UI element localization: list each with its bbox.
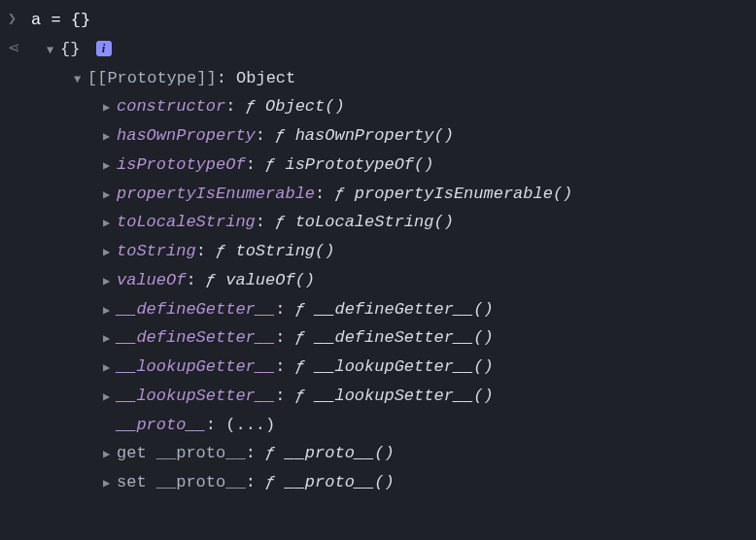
function-symbol: ƒ [275, 126, 285, 145]
property-row[interactable]: ▶propertyIsEnumerable: ƒ propertyIsEnume… [31, 180, 748, 209]
property-row[interactable]: ▶valueOf: ƒ valueOf() [31, 266, 748, 295]
function-symbol: ƒ [295, 387, 305, 405]
input-prompt-icon: ❯ [8, 6, 31, 33]
property-value: __defineGetter__() [315, 300, 494, 319]
chevron-right-icon[interactable]: ▶ [103, 272, 117, 292]
chevron-right-icon[interactable]: ▶ [103, 358, 117, 379]
chevron-right-icon[interactable]: ▶ [103, 156, 117, 177]
property-row[interactable]: ▶__lookupGetter__: ƒ __lookupGetter__() [31, 353, 748, 382]
object-preview: {} [60, 40, 80, 58]
chevron-down-icon[interactable]: ▼ [47, 41, 60, 61]
colon: : [246, 473, 265, 491]
property-key: constructor [117, 97, 225, 116]
function-symbol: ƒ [334, 185, 344, 203]
colon: : [196, 242, 216, 260]
property-row[interactable]: ▶set __proto__: ƒ __proto__() [31, 468, 748, 497]
colon: : [206, 416, 225, 434]
function-symbol: ƒ [265, 473, 275, 491]
chevron-right-icon[interactable]: ▶ [103, 474, 117, 494]
colon: : [275, 387, 294, 405]
property-value: (...) [225, 416, 275, 434]
property-key: toLocaleString [117, 213, 256, 231]
chevron-right-icon[interactable]: ▶ [103, 301, 117, 321]
property-value: __defineSetter__() [315, 328, 494, 347]
chevron-right-icon[interactable]: ▶ [103, 243, 117, 263]
prototype-key: [[Prototype]] [87, 69, 217, 87]
property-row[interactable]: ▶__lookupSetter__: ƒ __lookupSetter__() [31, 382, 748, 411]
property-value: propertyIsEnumerable() [355, 185, 572, 203]
function-symbol: ƒ [216, 242, 225, 260]
property-key: __proto__ [117, 416, 206, 434]
chevron-right-icon[interactable]: ▶ [103, 388, 117, 408]
colon: : [275, 328, 294, 347]
property-row[interactable]: ▶__defineGetter__: ƒ __defineGetter__() [31, 295, 748, 324]
colon: : [315, 185, 334, 203]
property-row[interactable]: __proto__: (...) [31, 411, 748, 440]
property-key: set __proto__ [117, 473, 246, 491]
property-row[interactable]: ▶hasOwnProperty: ƒ hasOwnProperty() [31, 121, 748, 151]
function-symbol: ƒ [246, 97, 256, 116]
colon: : [225, 97, 245, 116]
property-value: hasOwnProperty() [295, 126, 454, 145]
property-value: Object() [265, 97, 345, 116]
console-input-row: ❯ a = {} [8, 6, 748, 35]
prototype-row[interactable]: ▼[[Prototype]]: Object [31, 64, 748, 93]
property-row[interactable]: ▶get __proto__: ƒ __proto__() [31, 439, 748, 468]
property-value: isPrototypeOf() [285, 155, 433, 174]
colon: : [246, 155, 265, 174]
chevron-right-icon[interactable]: ▶ [103, 98, 117, 118]
chevron-right-icon[interactable]: ▶ [103, 329, 117, 350]
colon: : [256, 126, 275, 145]
property-value: toString() [235, 242, 334, 260]
property-key: get __proto__ [117, 444, 246, 462]
property-key: hasOwnProperty [117, 126, 256, 145]
console-output: ▼{} i ▼[[Prototype]]: Object ▶constructo… [31, 35, 748, 497]
property-key: __lookupGetter__ [117, 357, 275, 376]
property-key: __lookupSetter__ [117, 387, 275, 405]
property-key: __defineGetter__ [117, 300, 275, 319]
property-value: __lookupGetter__() [315, 357, 494, 376]
property-key: toString [117, 242, 196, 260]
colon: : [186, 271, 205, 289]
function-symbol: ƒ [295, 328, 305, 347]
chevron-down-icon[interactable]: ▼ [74, 70, 87, 90]
function-symbol: ƒ [275, 213, 285, 231]
colon: : [275, 300, 294, 319]
devtools-console: ❯ a = {} ⋖ ▼{} i ▼[[Prototype]]: Object … [0, 0, 756, 497]
property-row[interactable]: ▶toLocaleString: ƒ toLocaleString() [31, 208, 748, 237]
function-symbol: ƒ [295, 300, 305, 319]
chevron-right-icon[interactable]: ▶ [103, 186, 117, 206]
function-symbol: ƒ [265, 444, 275, 462]
property-value: __proto__() [285, 473, 394, 491]
colon: : [256, 213, 275, 231]
property-value: toLocaleString() [295, 213, 454, 231]
chevron-right-icon[interactable]: ▶ [103, 127, 117, 148]
colon: : [246, 444, 265, 462]
property-row[interactable]: ▶__defineSetter__: ƒ __defineSetter__() [31, 323, 748, 353]
colon: : [275, 357, 294, 376]
property-value: __lookupSetter__() [315, 387, 494, 405]
prototype-value: Object [236, 69, 295, 87]
output-return-icon: ⋖ [8, 35, 31, 62]
console-output-row: ⋖ ▼{} i ▼[[Prototype]]: Object ▶construc… [8, 35, 748, 497]
property-key: valueOf [117, 271, 186, 289]
property-row[interactable]: ▶isPrototypeOf: ƒ isPrototypeOf() [31, 151, 748, 180]
chevron-right-icon[interactable]: ▶ [103, 445, 117, 465]
property-key: propertyIsEnumerable [117, 185, 315, 203]
property-value: __proto__() [285, 444, 394, 462]
property-value: valueOf() [225, 271, 315, 289]
property-key: isPrototypeOf [117, 155, 246, 174]
function-symbol: ƒ [265, 155, 275, 174]
object-preview-row[interactable]: ▼{} i [31, 35, 748, 64]
function-symbol: ƒ [206, 271, 216, 289]
prototype-properties: ▶constructor: ƒ Object()▶hasOwnProperty:… [31, 92, 748, 497]
chevron-right-icon[interactable]: ▶ [103, 214, 117, 234]
function-symbol: ƒ [295, 357, 305, 376]
info-icon[interactable]: i [96, 41, 112, 56]
property-row[interactable]: ▶constructor: ƒ Object() [31, 92, 748, 121]
property-row[interactable]: ▶toString: ƒ toString() [31, 237, 748, 266]
property-key: __defineSetter__ [117, 328, 275, 347]
console-input-code[interactable]: a = {} [31, 6, 748, 35]
